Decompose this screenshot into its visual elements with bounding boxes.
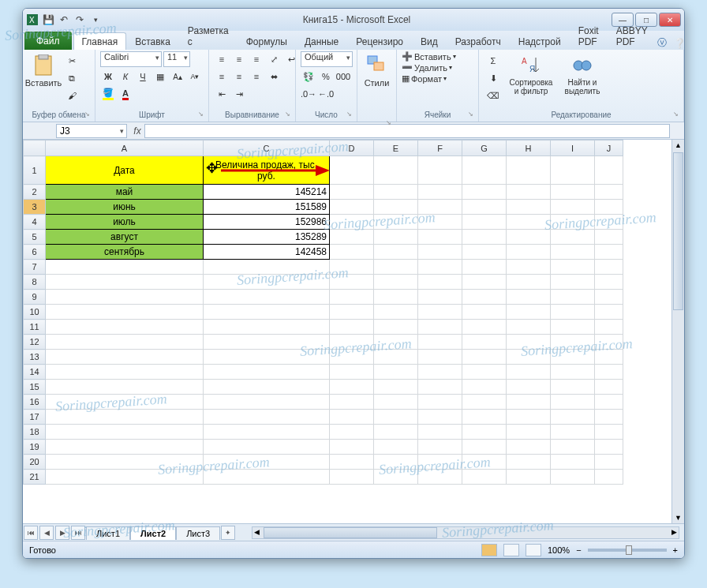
cell-I8[interactable] [551,275,595,290]
cell-F5[interactable] [418,230,462,245]
cell-F10[interactable] [418,305,462,320]
orientation-icon[interactable]: ⤢ [266,51,282,67]
help-icon[interactable]: ❔ [673,38,685,49]
cell-G12[interactable] [462,335,507,350]
cell-J21[interactable] [595,470,623,485]
cell-C9[interactable] [204,290,330,305]
cell-E9[interactable] [374,290,418,305]
cell-J7[interactable] [595,260,623,275]
cell-E3[interactable] [374,200,418,215]
clear-icon[interactable]: ⌫ [485,88,501,103]
font-name-select[interactable]: Calibri [100,51,162,67]
cell-I2[interactable] [551,185,595,200]
cell-A18[interactable] [46,425,204,440]
cell-J16[interactable] [595,395,623,410]
cell-F4[interactable] [418,215,462,230]
cell-J13[interactable] [595,350,623,365]
cell-E14[interactable] [374,365,418,380]
cell-D15[interactable] [330,380,374,395]
cell-G4[interactable] [462,215,507,230]
cell-C17[interactable] [204,410,330,425]
col-header-J[interactable]: J [595,140,623,156]
tab-view[interactable]: Вид [412,32,447,50]
cell-A19[interactable] [46,440,204,455]
cell-A15[interactable] [46,380,204,395]
cell-C8[interactable] [204,275,330,290]
tab-review[interactable]: Рецензиро [347,32,412,50]
cell-E6[interactable] [374,245,418,260]
row-header-5[interactable]: 5 [24,230,46,245]
cell-H12[interactable] [507,335,551,350]
cell-F21[interactable] [418,470,462,485]
cell-D3[interactable] [330,200,374,215]
merge-icon[interactable]: ⬌ [266,69,282,84]
cell-G3[interactable] [462,200,507,215]
col-header-D[interactable]: D [330,140,374,156]
cell-A6[interactable]: сентябрь [46,245,204,260]
cell-F14[interactable] [418,365,462,380]
cell-A20[interactable] [46,455,204,470]
cell-J4[interactable] [595,215,623,230]
find-select-button[interactable]: Найти и выделить [559,51,605,99]
sheet-tab-3[interactable]: Лист3 [176,526,220,540]
cell-C10[interactable] [204,305,330,320]
decrease-decimal-icon[interactable]: ←.0 [318,86,334,102]
cell-D21[interactable] [330,470,374,485]
cell-H20[interactable] [507,455,551,470]
cell-F13[interactable] [418,350,462,365]
horizontal-scrollbar[interactable] [252,526,679,539]
cell-I18[interactable] [551,425,595,440]
fill-color-icon[interactable]: 🪣 [100,86,116,102]
increase-indent-icon[interactable]: ⇥ [231,86,247,102]
cell-J3[interactable] [595,200,623,215]
cell-J12[interactable] [595,335,623,350]
cell-J14[interactable] [595,365,623,380]
cell-D8[interactable] [330,275,374,290]
cell-H11[interactable] [507,320,551,335]
cell-J8[interactable] [595,275,623,290]
paste-button[interactable]: Вставить [28,51,59,91]
cell-A11[interactable] [46,320,204,335]
cell-J20[interactable] [595,455,623,470]
name-box[interactable]: J3 [56,124,127,138]
cell-F11[interactable] [418,320,462,335]
cells-delete-button[interactable]: ➖Удалить▾ [402,62,452,73]
view-normal-icon[interactable] [481,544,497,556]
cell-J1[interactable] [595,156,623,185]
cell-C13[interactable] [204,350,330,365]
zoom-slider[interactable] [588,549,667,552]
cell-I12[interactable] [551,335,595,350]
copy-icon[interactable]: ⧉ [64,70,80,86]
cell-D1[interactable] [330,156,374,185]
row-header-2[interactable]: 2 [24,185,46,200]
cell-D4[interactable] [330,215,374,230]
cell-H4[interactable] [507,215,551,230]
row-header-8[interactable]: 8 [24,275,46,290]
cell-E15[interactable] [374,380,418,395]
sheet-tab-2[interactable]: Лист2 [130,526,176,540]
cell-H16[interactable] [507,395,551,410]
border-icon[interactable]: ▦ [152,69,168,84]
cell-G16[interactable] [462,395,507,410]
number-format-select[interactable]: Общий [301,51,353,67]
cell-I11[interactable] [551,320,595,335]
col-header-G[interactable]: G [462,140,507,156]
row-header-3[interactable]: 3 [24,200,46,215]
cell-H19[interactable] [507,440,551,455]
cut-icon[interactable]: ✂ [64,53,80,69]
cell-G2[interactable] [462,185,507,200]
worksheet-grid[interactable]: ACDEFGHIJ1ДатаВеличина продаж, тыс. руб.… [23,140,684,523]
cell-J11[interactable] [595,320,623,335]
cell-A10[interactable] [46,305,204,320]
cell-F9[interactable] [418,290,462,305]
cell-F20[interactable] [418,455,462,470]
cell-H2[interactable] [507,185,551,200]
font-shrink-icon[interactable]: A▾ [187,69,203,84]
row-header-18[interactable]: 18 [24,425,46,440]
font-color-icon[interactable]: A [118,86,133,102]
col-header-H[interactable]: H [507,140,551,156]
sheet-nav-first[interactable]: ⏮ [24,526,38,540]
styles-button[interactable]: Стили [362,51,391,91]
cell-J15[interactable] [595,380,623,395]
cell-G17[interactable] [462,410,507,425]
